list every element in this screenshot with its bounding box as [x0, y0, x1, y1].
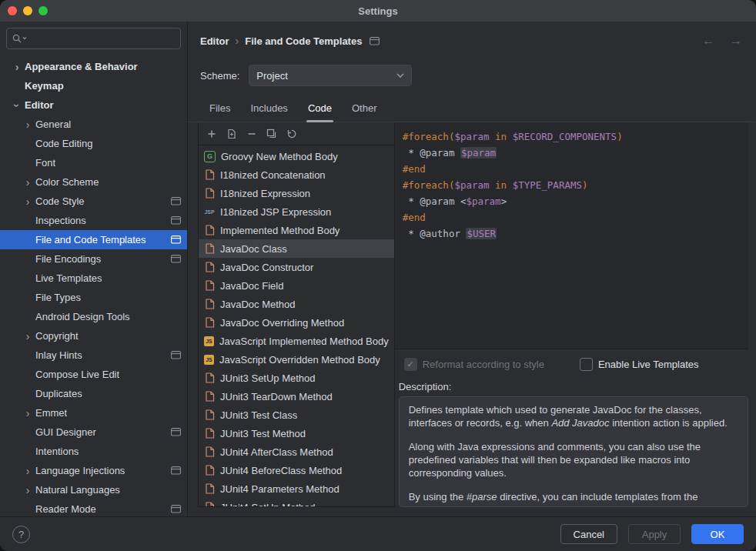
sidebar-item-inlay-hints[interactable]: Inlay Hints: [0, 346, 187, 365]
settings-menu-icon[interactable]: [370, 37, 380, 45]
chevron-right-icon[interactable]: ›: [11, 62, 23, 72]
sidebar-item-live-templates[interactable]: Live Templates: [0, 269, 187, 288]
zoom-button[interactable]: [38, 6, 48, 15]
template-item-javascript-implemented-method-body[interactable]: JSJavaScript Implemented Method Body: [199, 332, 394, 350]
file-template-icon: [204, 409, 215, 420]
sidebar-item-keymap[interactable]: Keymap: [0, 76, 187, 95]
template-options: ✓ Reformat according to style Enable Liv…: [395, 349, 748, 376]
chevron-right-icon[interactable]: ›: [22, 196, 34, 207]
template-item-junit3-teardown-method[interactable]: JUnit3 TearDown Method: [199, 387, 394, 406]
minimize-button[interactable]: [23, 6, 32, 15]
tab-other[interactable]: Other: [343, 94, 386, 122]
breadcrumb-editor[interactable]: Editor: [200, 35, 229, 47]
template-item-javadoc-overriding-method[interactable]: JavaDoc Overriding Method: [199, 313, 394, 332]
template-item-junit3-test-method[interactable]: JUnit3 Test Method: [199, 424, 394, 442]
tab-code[interactable]: Code: [299, 94, 341, 122]
sidebar-item-android-design-tools[interactable]: Android Design Tools: [0, 307, 187, 326]
add-template-button[interactable]: [206, 128, 218, 140]
sidebar-item-file-encodings[interactable]: File Encodings: [0, 249, 187, 269]
chevron-right-icon[interactable]: ›: [22, 331, 34, 342]
cancel-button[interactable]: Cancel: [560, 524, 617, 544]
close-button[interactable]: [8, 6, 17, 15]
template-item-javadoc-method[interactable]: JavaDoc Method: [199, 295, 394, 313]
sidebar-item-font[interactable]: Font: [0, 153, 187, 172]
sidebar-item-gui-designer[interactable]: GUI Designer: [0, 422, 187, 442]
file-template-icon: [204, 483, 215, 494]
sidebar-item-code-editing[interactable]: Code Editing: [0, 134, 187, 153]
template-item-junit4-beforeclass-method[interactable]: JUnit4 BeforeClass Method: [199, 461, 394, 479]
reformat-checkbox[interactable]: ✓ Reformat according to style: [404, 358, 544, 371]
sidebar-item-reader-mode[interactable]: Reader Mode: [0, 499, 187, 516]
template-item-i18nized-expression[interactable]: I18nized Expression: [199, 184, 394, 202]
template-item-junit3-test-class[interactable]: JUnit3 Test Class: [199, 406, 394, 424]
sidebar-item-duplicates[interactable]: Duplicates: [0, 384, 187, 403]
checkbox-unchecked-icon: [580, 358, 593, 371]
reset-template-button[interactable]: [286, 128, 298, 140]
template-item-junit3-setup-method[interactable]: JUnit3 SetUp Method: [199, 369, 394, 387]
sidebar-item-label: File and Code Templates: [35, 234, 146, 245]
remove-template-button[interactable]: [246, 128, 258, 140]
chevron-right-icon[interactable]: ›: [22, 408, 34, 419]
template-item-junit4-parameters-method[interactable]: JUnit4 Parameters Method: [199, 479, 394, 498]
ok-button[interactable]: OK: [691, 524, 744, 544]
sidebar-item-label: General: [35, 119, 71, 130]
template-item-label: JavaScript Overridden Method Body: [219, 354, 380, 366]
sidebar-item-compose-live-edit[interactable]: Compose Live Edit: [0, 365, 187, 384]
search-icon: [12, 33, 28, 44]
sidebar-item-color-scheme[interactable]: ›Color Scheme: [0, 172, 187, 192]
help-button[interactable]: ?: [12, 526, 30, 543]
forward-icon[interactable]: →: [730, 34, 742, 48]
file-template-icon: [204, 391, 215, 402]
back-icon[interactable]: ←: [702, 34, 714, 48]
template-item-label: JUnit3 Test Method: [220, 428, 306, 439]
template-item-javadoc-class[interactable]: JavaDoc Class: [199, 239, 394, 258]
sidebar-item-intentions[interactable]: Intentions: [0, 442, 187, 461]
chevron-right-icon[interactable]: ›: [22, 466, 34, 476]
chevron-right-icon[interactable]: ›: [22, 177, 34, 188]
file-template-icon: [204, 299, 215, 309]
description-panel[interactable]: Defines template which used to generate …: [399, 396, 748, 507]
template-item-label: I18nized Expression: [220, 188, 310, 199]
template-item-junit4-setup-method[interactable]: JUnit4 SetUp Method: [199, 498, 394, 506]
chevron-right-icon[interactable]: ›: [22, 119, 34, 130]
breadcrumb: Editor › File and Code Templates: [200, 35, 380, 47]
sidebar-item-emmet[interactable]: ›Emmet: [0, 403, 187, 422]
template-item-groovy-new-method-body[interactable]: GGroovy New Method Body: [199, 147, 394, 165]
sidebar-item-file-and-code-templates[interactable]: File and Code Templates: [0, 230, 187, 249]
apply-button[interactable]: Apply: [628, 524, 681, 544]
chevron-down-icon[interactable]: ›: [12, 99, 22, 112]
tab-files[interactable]: Files: [200, 94, 239, 122]
template-editor[interactable]: #foreach($param in $RECORD_COMPONENTS) *…: [395, 122, 748, 349]
traffic-lights: [8, 6, 48, 15]
sidebar-item-code-style[interactable]: ›Code Style: [0, 192, 187, 211]
scheme-select[interactable]: Project: [249, 65, 412, 86]
duplicate-template-button[interactable]: [266, 128, 278, 140]
javascript-icon: JS: [204, 336, 214, 346]
template-item-implemented-method-body[interactable]: Implemented Method Body: [199, 221, 394, 239]
template-item-javadoc-field[interactable]: JavaDoc Field: [199, 276, 394, 295]
template-item-label: JUnit4 AfterClass Method: [220, 446, 333, 458]
sidebar-item-appearance-behavior[interactable]: ›Appearance & Behavior: [0, 57, 187, 76]
tab-includes[interactable]: Includes: [241, 94, 296, 122]
template-item-javascript-overridden-method-body[interactable]: JSJavaScript Overridden Method Body: [199, 350, 394, 369]
sidebar-item-copyright[interactable]: ›Copyright: [0, 326, 187, 346]
ide-settings-icon: [171, 255, 181, 263]
sidebar-item-editor[interactable]: ›Editor: [0, 95, 187, 115]
settings-search-input[interactable]: [6, 28, 181, 49]
add-child-template-button[interactable]: [226, 128, 238, 140]
chevron-right-icon[interactable]: ›: [22, 485, 34, 496]
file-template-icon: [204, 372, 215, 383]
sidebar-item-inspections[interactable]: Inspections: [0, 211, 187, 230]
template-item-label: JUnit4 Parameters Method: [220, 483, 340, 495]
sidebar-item-natural-languages[interactable]: ›Natural Languages: [0, 480, 187, 499]
enable-live-templates-checkbox[interactable]: Enable Live Templates: [580, 358, 699, 371]
sidebar-item-language-injections[interactable]: ›Language Injections: [0, 461, 187, 480]
sidebar-item-general[interactable]: ›General: [0, 115, 187, 134]
jsp-icon: JSP: [204, 206, 215, 217]
template-item-i18nized-concatenation[interactable]: I18nized Concatenation: [199, 165, 394, 184]
breadcrumb-current: File and Code Templates: [245, 35, 362, 47]
template-item-junit4-afterclass-method[interactable]: JUnit4 AfterClass Method: [199, 442, 394, 461]
template-item-i18nized-jsp-expression[interactable]: JSPI18nized JSP Expression: [199, 202, 394, 221]
sidebar-item-file-types[interactable]: File Types: [0, 288, 187, 307]
template-item-javadoc-constructor[interactable]: JavaDoc Constructor: [199, 258, 394, 276]
